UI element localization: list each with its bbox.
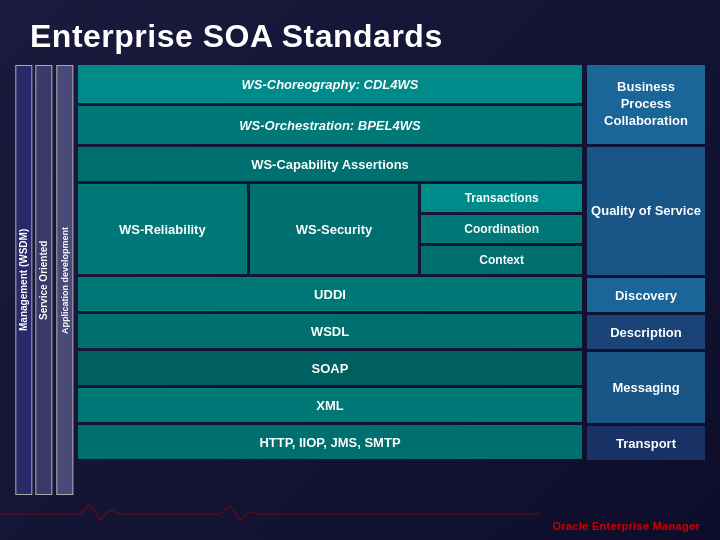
- right-biz-process: Business Process Collaboration: [587, 65, 705, 144]
- right-discovery: Discovery: [587, 278, 705, 312]
- page-title: Enterprise SOA Standards: [0, 0, 720, 65]
- right-description: Description: [587, 315, 705, 349]
- row-orchestration: WS-Orchestration: BPEL4WS: [78, 106, 582, 144]
- label-service: Service Oriented: [35, 65, 52, 495]
- ws-row: WS-Reliability WS-Security Transactions …: [78, 184, 582, 274]
- row-soap: SOAP: [78, 351, 582, 385]
- right-quality: Quality of Service: [587, 147, 705, 275]
- center-grid: WS-Choreography: CDL4WS WS-Orchestration…: [78, 65, 582, 495]
- row-capability: WS-Capability Assertions: [78, 147, 582, 181]
- ws-reliability: WS-Reliability: [78, 184, 247, 274]
- label-application: Application development: [56, 65, 73, 495]
- right-transport: Transport: [587, 426, 705, 460]
- row-xml: XML: [78, 388, 582, 422]
- left-labels: Management (WSDM) Service Oriented Appli…: [15, 65, 73, 495]
- row-uddi: UDDI: [78, 277, 582, 311]
- ws-security: WS-Security: [250, 184, 419, 274]
- right-grid: Business Process Collaboration Quality o…: [587, 65, 705, 495]
- row-wsdl: WSDL: [78, 314, 582, 348]
- label-management: Management (WSDM): [15, 65, 32, 495]
- main-grid: Management (WSDM) Service Oriented Appli…: [0, 65, 720, 495]
- cell-transactions: Transactions: [421, 184, 582, 212]
- cell-coordination: Coordination: [421, 215, 582, 243]
- page-background: Enterprise SOA Standards Management (WSD…: [0, 0, 720, 540]
- oracle-footer: Oracle Enterprise Manager: [552, 520, 700, 532]
- transactions-col: Transactions Coordination Context: [421, 184, 582, 274]
- cell-context: Context: [421, 246, 582, 274]
- right-messaging: Messaging: [587, 352, 705, 423]
- row-choreography: WS-Choreography: CDL4WS: [78, 65, 582, 103]
- heartbeat-decoration: [0, 502, 540, 522]
- row-http: HTTP, IIOP, JMS, SMTP: [78, 425, 582, 459]
